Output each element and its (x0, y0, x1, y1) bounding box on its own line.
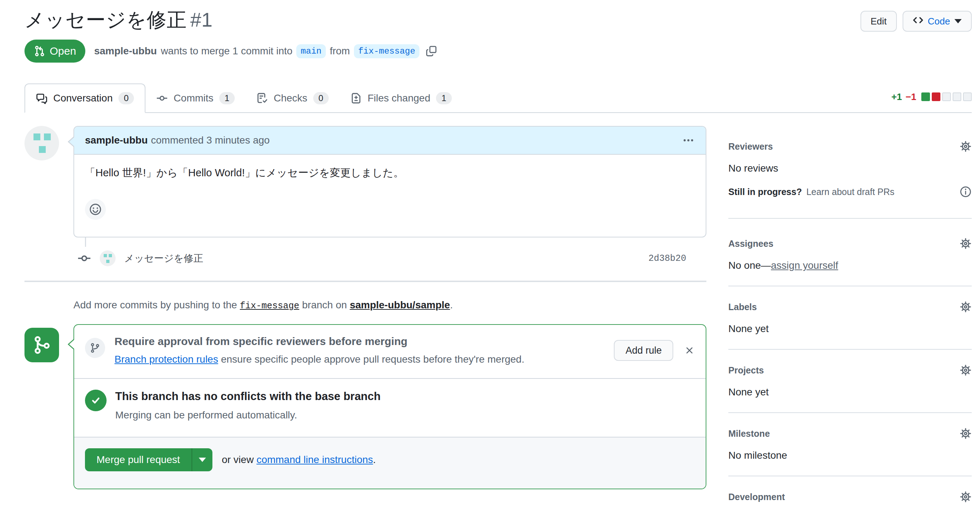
merge-pull-request-button[interactable]: Merge pull request (85, 448, 191, 471)
base-branch-label[interactable]: main (296, 44, 326, 58)
pr-tab-bar: Conversation 0 Commits 1 Checks 0 Files … (24, 84, 972, 113)
sidebar: Reviewers No reviews Still in progress? … (728, 126, 972, 508)
header-actions: Edit Code (861, 8, 972, 32)
assignees-header: Assignees (728, 237, 972, 250)
commit-sha-link[interactable]: 2d38b20 (648, 253, 706, 264)
comment-discussion-icon (36, 92, 48, 104)
development-gear-button[interactable] (959, 491, 972, 503)
chevron-down-icon (955, 19, 962, 24)
timeline-divider (24, 281, 706, 282)
merge-options-dropdown[interactable] (191, 448, 212, 471)
head-branch-label[interactable]: fix-message (354, 44, 420, 58)
open-state-badge: Open (24, 40, 85, 63)
file-diff-icon (350, 92, 362, 104)
add-rule-button[interactable]: Add rule (614, 340, 673, 361)
projects-gear-button[interactable] (959, 364, 972, 376)
learn-about-draft-prs-link[interactable]: Learn about draft PRs (807, 187, 895, 197)
push-hint-repo-link[interactable]: sample-ubbu/sample (350, 299, 450, 311)
labels-empty-text: None yet (728, 323, 972, 335)
mergeability-texts: This branch has no conflicts with the ba… (115, 390, 380, 421)
sidebar-section-reviewers: Reviewers No reviews Still in progress? … (728, 140, 972, 219)
tab-commits[interactable]: Commits 1 (145, 84, 245, 112)
branch-protection-rules-link[interactable]: Branch protection rules (115, 354, 218, 365)
mergeability-status: This branch has no conflicts with the ba… (74, 379, 706, 438)
pr-number: #1 (190, 9, 212, 31)
tab-commits-label: Commits (173, 92, 213, 104)
tab-files-changed[interactable]: Files changed 1 (339, 84, 463, 112)
milestone-gear-button[interactable] (959, 427, 972, 440)
tab-conversation[interactable]: Conversation 0 (24, 84, 145, 113)
tab-conversation-label: Conversation (53, 92, 113, 104)
add-reaction-button[interactable] (85, 199, 106, 220)
branch-protection-title: Require approval from specific reviewers… (115, 335, 614, 348)
open-state-label: Open (50, 45, 76, 57)
sidebar-section-assignees: Assignees No one—assign yourself (728, 237, 972, 286)
commit-message-link[interactable]: メッセージを修正 (124, 252, 203, 265)
reviewers-heading: Reviewers (728, 141, 773, 152)
comment-body: 「Hello 世界!」から「Hello World!」にメッセージを変更しました… (74, 155, 706, 237)
checklist-icon (256, 92, 268, 104)
branch-protection-texts: Require approval from specific reviewers… (115, 335, 614, 365)
copy-icon (426, 45, 437, 57)
gear-icon (959, 491, 972, 503)
labels-header: Labels (728, 301, 972, 313)
comment-author[interactable]: sample-ubbu (85, 135, 148, 146)
gear-icon (959, 427, 972, 440)
git-merge-icon (24, 328, 59, 362)
gear-icon (959, 140, 972, 152)
reviewers-header: Reviewers (728, 140, 972, 152)
info-icon[interactable] (959, 186, 972, 198)
command-line-instructions-link[interactable]: command line instructions (256, 454, 373, 465)
commit-row: メッセージを修正 2d38b20 (24, 247, 706, 271)
page-title: メッセージを修正#1 (24, 8, 213, 32)
reviewers-gear-button[interactable] (959, 140, 972, 152)
labels-gear-button[interactable] (959, 301, 972, 313)
pr-author[interactable]: sample-ubbu (94, 45, 157, 57)
content: sample-ubbu commented 3 minutes ago 「Hel… (24, 126, 972, 508)
or-view-text: or view (222, 454, 254, 465)
branch-protection-description: Branch protection rules ensure specific … (115, 354, 614, 365)
no-one-text: No one— (728, 260, 771, 271)
projects-heading: Projects (728, 365, 764, 376)
labels-heading: Labels (728, 302, 757, 312)
push-hint-suffix: . (450, 299, 453, 311)
gear-icon (959, 301, 972, 313)
check-icon (85, 390, 107, 411)
gear-icon (959, 237, 972, 250)
tab-checks[interactable]: Checks 0 (245, 84, 339, 112)
edit-button[interactable]: Edit (861, 11, 897, 32)
copy-branch-button[interactable] (426, 45, 437, 57)
push-hint: Add more commits by pushing to the fix-m… (73, 299, 706, 311)
code-button-label: Code (928, 16, 950, 27)
sidebar-section-projects: Projects None yet (728, 364, 972, 413)
mergeability-title: This branch has no conflicts with the ba… (115, 390, 380, 404)
comment-box: sample-ubbu commented 3 minutes ago 「Hel… (73, 126, 706, 237)
sidebar-section-milestone: Milestone No milestone (728, 427, 972, 476)
commit-author-avatar[interactable] (100, 251, 116, 266)
dismiss-banner-button[interactable] (684, 345, 695, 356)
diffstat: +1 −1 (891, 91, 972, 105)
push-hint-branch-link[interactable]: fix-message (240, 301, 299, 311)
pull-request-page: メッセージを修正#1 Edit Code Open sample-ubbu (0, 0, 980, 508)
sidebar-section-labels: Labels None yet (728, 301, 972, 350)
sidebar-section-development: Development (728, 491, 972, 508)
git-branch-icon (85, 338, 105, 358)
assign-yourself-link[interactable]: assign yourself (771, 260, 838, 271)
tab-files-changed-label: Files changed (368, 92, 430, 104)
reviewers-empty-text: No reviews (728, 163, 972, 174)
projects-header: Projects (728, 364, 972, 376)
avatar[interactable] (24, 126, 59, 160)
close-icon (684, 345, 695, 356)
draft-pr-hint-text: Still in progress? Learn about draft PRs (728, 187, 894, 197)
assignees-gear-button[interactable] (959, 237, 972, 250)
diffstat-block-deletion (932, 92, 940, 101)
mergeability-subtitle: Merging can be performed automatically. (115, 410, 380, 421)
comment-header: sample-ubbu commented 3 minutes ago (74, 127, 706, 155)
diffstat-block-addition (921, 92, 930, 101)
code-button[interactable]: Code (903, 11, 972, 32)
triangle-down-icon (199, 458, 206, 462)
tab-conversation-count: 0 (118, 92, 134, 104)
tab-checks-label: Checks (274, 92, 307, 104)
kebab-menu-button[interactable] (682, 134, 695, 147)
comment-text: 「Hello 世界!」から「Hello World!」にメッセージを変更しました… (85, 165, 695, 180)
